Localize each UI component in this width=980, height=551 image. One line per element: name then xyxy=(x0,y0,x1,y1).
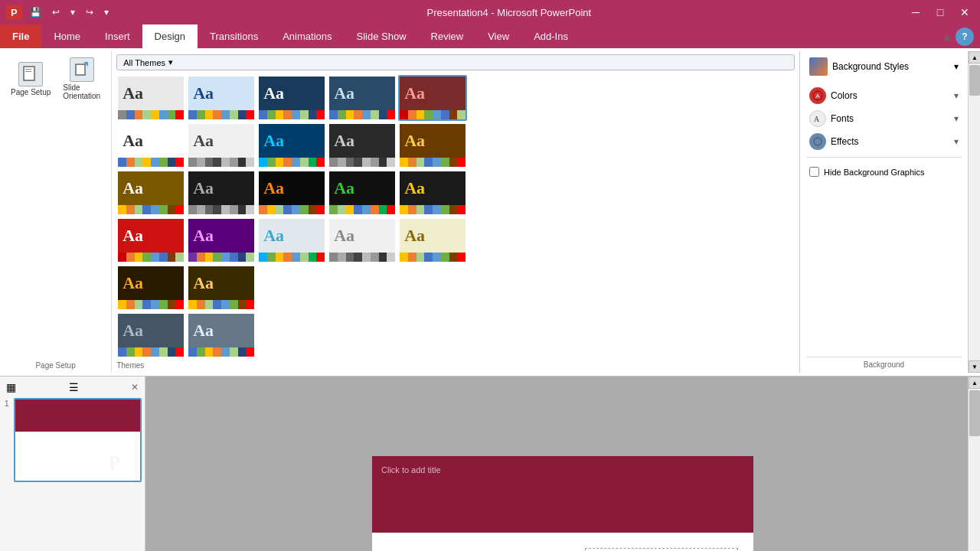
slide-orientation-btn[interactable]: SlideOrientation xyxy=(58,54,105,103)
maximize-btn[interactable]: □ xyxy=(931,5,949,20)
page-setup-icon xyxy=(18,62,43,86)
themes-group-label: Themes xyxy=(116,358,795,370)
theme-item[interactable]: Aa xyxy=(328,170,397,216)
slide-canvas-top: Click to add title xyxy=(372,456,753,533)
help-btn[interactable]: ? xyxy=(956,28,974,46)
theme-item[interactable]: Aa xyxy=(398,217,467,263)
slide-text-box[interactable] xyxy=(585,548,738,551)
tab-slideshow[interactable]: Slide Show xyxy=(345,24,419,48)
theme-item[interactable]: Aa xyxy=(187,312,256,358)
all-themes-label: All Themes xyxy=(123,58,165,67)
fonts-icon: A xyxy=(809,110,826,127)
theme-item[interactable]: Aa xyxy=(257,75,326,121)
page-setup-label: Page Setup xyxy=(11,88,51,96)
theme-item[interactable]: Aa xyxy=(187,75,256,121)
tab-animations[interactable]: Animations xyxy=(270,24,344,48)
close-btn[interactable]: ✕ xyxy=(956,5,974,20)
theme-item[interactable]: Aa xyxy=(328,217,397,263)
theme-item[interactable]: Aa xyxy=(257,170,326,216)
window-controls: ─ □ ✕ xyxy=(906,5,974,20)
tab-file[interactable]: File xyxy=(0,24,41,48)
themes-group: All Themes ▾ Aa xyxy=(112,51,799,373)
slide-canvas: Click to add title P xyxy=(371,455,754,551)
tab-insert[interactable]: Insert xyxy=(93,24,142,48)
theme-item[interactable]: Aa xyxy=(328,75,397,121)
theme-item[interactable]: Aa xyxy=(257,122,326,168)
window-title: Presentation4 - Microsoft PowerPoint xyxy=(112,7,906,18)
undo-qat-btn[interactable]: ↩ xyxy=(49,5,63,19)
slide-canvas-bottom: P xyxy=(372,533,753,551)
slide-orientation-icon xyxy=(70,57,94,82)
svg-rect-2 xyxy=(25,71,31,72)
theme-item[interactable]: Aa xyxy=(116,217,185,263)
svg-text:A: A xyxy=(814,115,820,123)
page-setup-group: Page Setup SlideOrientation Page Setup xyxy=(0,51,112,373)
tab-transitions[interactable]: Transitions xyxy=(198,24,270,48)
theme-item[interactable]: Aa xyxy=(328,122,397,168)
tab-review[interactable]: Review xyxy=(419,24,476,48)
theme-item[interactable]: Aa xyxy=(116,170,185,216)
theme-item[interactable]: Aa xyxy=(187,217,256,263)
page-setup-btn[interactable]: Page Setup xyxy=(6,59,55,99)
theme-item[interactable]: Aa xyxy=(116,75,185,121)
slide-title-area: Click to add title xyxy=(372,456,753,484)
outline-tab-icon[interactable]: ☰ xyxy=(69,381,79,393)
all-themes-btn[interactable]: All Themes ▾ xyxy=(116,54,795,70)
theme-item[interactable]: Aa xyxy=(116,312,185,358)
fonts-arrow: ▾ xyxy=(954,113,959,124)
scroll-up-btn[interactable]: ▲ xyxy=(969,51,980,64)
scroll-thumb[interactable] xyxy=(969,65,980,96)
scroll-down-btn[interactable]: ▼ xyxy=(969,360,980,373)
tab-home[interactable]: Home xyxy=(41,24,93,48)
canvas-vscrollbar: ▲ ▼ xyxy=(968,377,980,551)
page-setup-group-label: Page Setup xyxy=(35,358,75,370)
svg-text:A: A xyxy=(815,93,820,99)
canvas-scroll-up[interactable]: ▲ xyxy=(969,377,980,389)
themes-row-5: Aa Aa xyxy=(116,265,795,311)
ribbon-collapse-btn[interactable]: ▲ xyxy=(942,31,952,43)
undo-dropdown-btn[interactable]: ▾ xyxy=(67,5,78,19)
theme-item[interactable]: Aa xyxy=(116,265,185,311)
bg-styles-icon xyxy=(809,57,828,76)
background-styles-btn[interactable]: Background Styles ▾ xyxy=(806,54,962,79)
colors-btn[interactable]: A Colors ▾ xyxy=(806,85,962,106)
powerpoint-logo: P xyxy=(6,5,22,20)
theme-item-selected[interactable]: Aa xyxy=(398,75,467,121)
tab-design[interactable]: Design xyxy=(142,24,198,48)
hide-bg-checkbox[interactable] xyxy=(809,167,819,177)
bg-group-label: Background xyxy=(864,357,904,369)
minimize-btn[interactable]: ─ xyxy=(906,5,925,20)
effects-btn[interactable]: Effects ▾ xyxy=(806,131,962,152)
ribbon-tabs: File Home Insert Design Transitions Anim… xyxy=(0,24,980,48)
tab-addins[interactable]: Add-Ins xyxy=(521,24,580,48)
theme-item[interactable]: Aa xyxy=(187,122,256,168)
themes-row-3: Aa Aa xyxy=(116,170,795,216)
themes-row-4: Aa Aa xyxy=(116,217,795,263)
themes-row-1: Aa Aa xyxy=(116,75,795,121)
slide-thumbnail[interactable]: P xyxy=(14,398,142,482)
slide-thumb-top xyxy=(15,399,140,432)
ribbon-content: Page Setup SlideOrientation Page Setup A… xyxy=(0,48,980,376)
bg-styles-arrow: ▾ xyxy=(954,61,959,72)
theme-item[interactable]: Aa xyxy=(257,217,326,263)
redo-qat-btn[interactable]: ↪ xyxy=(83,5,96,19)
hide-bg-row[interactable]: Hide Background Graphics xyxy=(806,165,962,179)
close-panel-btn[interactable]: ✕ xyxy=(131,382,139,393)
customize-qat-btn[interactable]: ▾ xyxy=(101,5,112,19)
slide-number: 1 xyxy=(3,398,11,409)
theme-item[interactable]: Aa xyxy=(187,170,256,216)
tab-view[interactable]: View xyxy=(475,24,521,48)
theme-item[interactable]: Aa xyxy=(398,170,467,216)
fonts-btn[interactable]: A Fonts ▾ xyxy=(806,108,962,129)
slide-panel: ▦ ☰ ✕ 1 P xyxy=(0,377,145,551)
theme-item[interactable]: Aa xyxy=(187,265,256,311)
theme-item[interactable]: Aa xyxy=(116,122,185,168)
save-qat-btn[interactable]: 💾 xyxy=(27,5,44,19)
slides-tab-icon[interactable]: ▦ xyxy=(6,381,16,393)
slide-panel-header: ▦ ☰ ✕ xyxy=(3,380,142,395)
canvas-vtrack xyxy=(969,389,980,551)
theme-item[interactable]: Aa xyxy=(398,122,467,168)
right-panel: Background Styles ▾ A Colors ▾ A Fonts ▾ xyxy=(799,51,968,373)
canvas-vthumb[interactable] xyxy=(969,390,980,436)
hide-bg-label: Hide Background Graphics xyxy=(824,168,924,177)
